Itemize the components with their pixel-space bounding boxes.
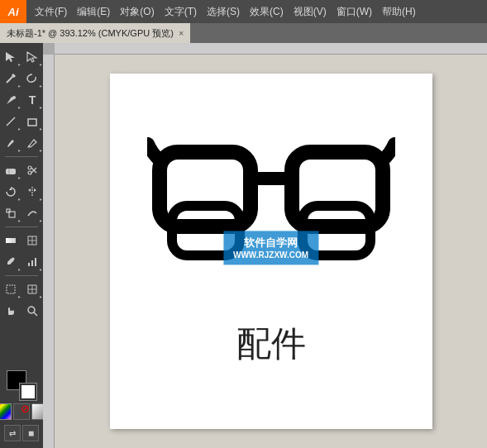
paintbrush-tool[interactable]: ▸ (0, 132, 21, 154)
svg-marker-16 (34, 188, 36, 192)
pen-tool[interactable]: ▸ (0, 89, 21, 111)
tool-row-10: ▸ ▸ (0, 251, 43, 273)
none-button[interactable]: ⊘ (13, 403, 30, 420)
canvas-area: 软件自学网 WWW.RJZXW.COM 配件 (43, 43, 487, 448)
svg-rect-20 (6, 238, 16, 243)
tool-row-3: ▸ T ▸ (0, 89, 43, 111)
eyedropper-tool[interactable]: ▸ (0, 251, 21, 273)
separator-3 (5, 275, 38, 276)
svg-point-9 (28, 166, 31, 169)
toolbar: ▸ ▸ ▸ ▸ ▸ T ▸ (0, 43, 43, 448)
type-tool[interactable]: T ▸ (21, 89, 43, 111)
ai-logo: Ai (0, 0, 26, 23)
magic-wand-tool[interactable]: ▸ (0, 68, 21, 89)
mode-controls: ⇄ ◼ (4, 425, 39, 441)
svg-point-4 (12, 96, 16, 99)
color-section: ⊘ ⇄ ◼ (0, 367, 43, 445)
menu-type[interactable]: 文字(T) (160, 0, 202, 23)
menu-select[interactable]: 选择(S) (202, 0, 245, 23)
swap-colors[interactable]: ⇄ (4, 425, 21, 441)
eraser-tool[interactable]: ▸ (0, 160, 21, 181)
gradient-tool[interactable] (0, 230, 21, 251)
selection-tool[interactable]: ▸ (0, 46, 21, 68)
svg-line-19 (8, 211, 9, 212)
canvas: 软件自学网 WWW.RJZXW.COM 配件 (110, 74, 432, 429)
menu-file[interactable]: 文件(F) (30, 0, 72, 23)
shape-tool[interactable]: ▸ (21, 111, 43, 132)
svg-line-5 (7, 117, 15, 126)
menu-help[interactable]: 帮助(H) (377, 0, 421, 23)
rotate-tool[interactable]: ▸ (0, 181, 21, 203)
lasso-tool[interactable]: ▸ (21, 68, 43, 89)
menu-object[interactable]: 对象(O) (115, 0, 159, 23)
menu-window[interactable]: 窗口(W) (332, 0, 377, 23)
reflect-tool[interactable]: ▸ (21, 181, 43, 203)
line-tool[interactable]: ▸ (0, 111, 21, 132)
menu-view[interactable]: 视图(V) (289, 0, 332, 23)
svg-rect-7 (6, 169, 16, 174)
glasses-illustration (147, 136, 395, 301)
color-button[interactable] (0, 403, 12, 420)
active-tab[interactable]: 未标题-1* @ 393.12% (CMYK/GPU 预览) × (0, 23, 190, 43)
tool-row-11: ▸ ▸ (0, 279, 43, 300)
tabbar: 未标题-1* @ 393.12% (CMYK/GPU 预览) × (0, 23, 487, 43)
direct-selection-tool[interactable]: ▸ (21, 46, 43, 68)
tool-row-5: ▸ ▸ (0, 132, 43, 154)
menu-bar: 文件(F) 编辑(E) 对象(O) 文字(T) 选择(S) 效果(C) 视图(V… (26, 0, 487, 23)
slice-tool[interactable]: ▸ (21, 279, 43, 300)
tool-row-1: ▸ ▸ (0, 46, 43, 68)
titlebar: Ai 文件(F) 编辑(E) 对象(O) 文字(T) 选择(S) 效果(C) 视… (0, 0, 487, 23)
svg-marker-0 (6, 52, 15, 62)
mesh-tool[interactable] (21, 230, 43, 251)
separator-1 (5, 156, 38, 157)
canvas-label: 配件 (236, 321, 306, 367)
default-colors[interactable]: ◼ (22, 425, 39, 441)
svg-point-10 (28, 171, 31, 174)
pencil-tool[interactable]: ▸ (21, 132, 43, 154)
tool-row-8: ▸ ▸ (0, 203, 43, 224)
menu-effect[interactable]: 效果(C) (245, 0, 289, 23)
separator-2 (5, 226, 38, 227)
svg-rect-28 (7, 285, 15, 293)
svg-marker-1 (27, 52, 36, 62)
svg-rect-25 (28, 263, 30, 266)
scissors-tool[interactable] (21, 160, 43, 181)
stroke-color[interactable] (20, 384, 36, 400)
color-swatches (7, 370, 36, 400)
svg-line-33 (34, 312, 37, 316)
hand-tool[interactable] (0, 300, 21, 322)
svg-line-2 (7, 76, 13, 83)
svg-rect-26 (31, 260, 33, 266)
tool-row-9 (0, 230, 43, 251)
menu-edit[interactable]: 编辑(E) (72, 0, 115, 23)
svg-rect-6 (28, 119, 36, 126)
ruler-left (43, 55, 55, 448)
warp-tool[interactable]: ▸ (21, 203, 43, 224)
svg-point-32 (28, 307, 35, 313)
zoom-tool[interactable] (21, 300, 43, 322)
gradient-swatch[interactable] (31, 403, 43, 420)
tool-row-6: ▸ (0, 160, 43, 181)
svg-rect-27 (35, 258, 36, 266)
svg-marker-15 (28, 188, 31, 192)
color-controls: ⊘ (0, 403, 43, 420)
ruler-top (55, 43, 487, 55)
tab-close-button[interactable]: × (179, 28, 184, 38)
main-area: ▸ ▸ ▸ ▸ ▸ T ▸ (0, 43, 487, 448)
tool-row-2: ▸ ▸ (0, 68, 43, 89)
artboard-tool[interactable]: ▸ (0, 279, 21, 300)
scale-tool[interactable]: ▸ (0, 203, 21, 224)
rulers-corner (43, 43, 55, 55)
tab-title: 未标题-1* @ 393.12% (CMYK/GPU 预览) (7, 27, 174, 40)
bar-chart-tool[interactable]: ▸ (21, 251, 43, 273)
svg-point-24 (12, 258, 15, 260)
tool-row-12 (0, 300, 43, 322)
tool-row-7: ▸ ▸ (0, 181, 43, 203)
tool-row-4: ▸ ▸ (0, 111, 43, 132)
